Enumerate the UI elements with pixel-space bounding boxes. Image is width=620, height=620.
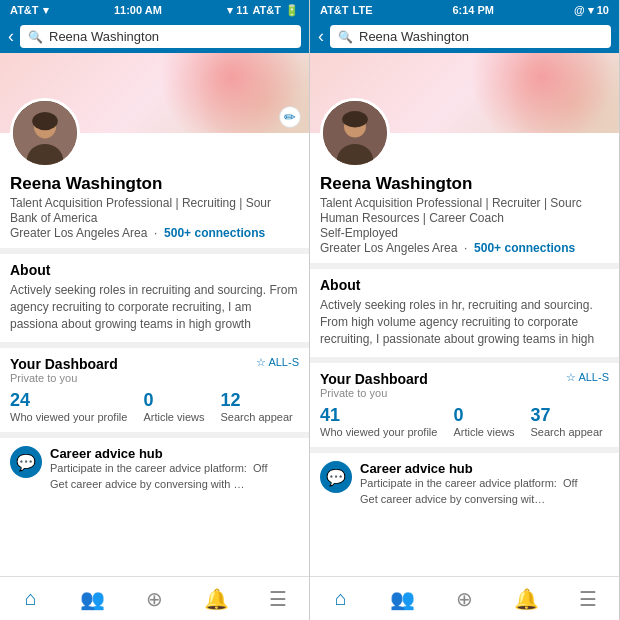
- left-status-left: AT&T ▾: [10, 4, 49, 17]
- left-stat-searches[interactable]: 12 Search appear: [221, 390, 293, 424]
- right-stat-searches[interactable]: 37 Search appear: [531, 405, 603, 439]
- right-bottom-nav: ⌂ 👥 ⊕ 🔔 ☰: [310, 576, 619, 620]
- left-bottom-nav: ⌂ 👥 ⊕ 🔔 ☰: [0, 576, 309, 620]
- right-stat-views-label: Who viewed your profile: [320, 426, 437, 439]
- right-career-title: Career advice hub: [360, 461, 577, 476]
- left-career-title: Career advice hub: [50, 446, 267, 461]
- right-stat-articles[interactable]: 0 Article views: [453, 405, 514, 439]
- left-stat-views-label: Who viewed your profile: [10, 411, 127, 424]
- left-avatar-section: [10, 98, 309, 168]
- left-see-more[interactable]: ...see: [65, 333, 94, 334]
- right-dashboard-title: Your Dashboard: [320, 371, 428, 387]
- left-profile-headline: Talent Acquisition Professional | Recrui…: [10, 196, 299, 210]
- left-career-icon: 💬: [10, 446, 42, 478]
- svg-point-8: [342, 111, 368, 127]
- left-search-bar: ‹ 🔍 Reena Washington: [0, 20, 309, 53]
- right-lte: LTE: [353, 4, 373, 16]
- right-dashboard-stats: 41 Who viewed your profile 0 Article vie…: [320, 405, 609, 439]
- left-phone-panel: AT&T ▾ 11:00 AM ▾ 11 AT&T 🔋 ‹ 🔍 Reena Wa…: [0, 0, 310, 620]
- left-dashboard-section: Your Dashboard Private to you ☆ ALL-S 24…: [0, 348, 309, 432]
- right-phone-panel: AT&T LTE 6:14 PM @ ▾ 10 ‹ 🔍 Reena Washin…: [310, 0, 620, 620]
- left-career-section: 💬 Career advice hub Participate in the c…: [0, 438, 309, 500]
- right-connections-link[interactable]: 500+ connections: [474, 241, 575, 255]
- right-allstar-badge: ☆ ALL-S: [566, 371, 609, 384]
- right-nav-network[interactable]: 👥: [372, 587, 434, 611]
- right-notifications-icon: 🔔: [514, 587, 539, 611]
- left-time: 11:00 AM: [114, 4, 162, 16]
- right-stat-searches-label: Search appear: [531, 426, 603, 439]
- left-dashboard-header: Your Dashboard Private to you ☆ ALL-S: [10, 356, 299, 384]
- left-nav-home[interactable]: ⌂: [0, 587, 62, 610]
- right-home-icon: ⌂: [335, 587, 347, 610]
- right-carrier: AT&T: [320, 4, 349, 16]
- right-about-title: About: [320, 277, 609, 293]
- left-network-icon: 👥: [80, 587, 105, 611]
- left-stat-searches-number: 12: [221, 390, 293, 411]
- right-search-input-wrap[interactable]: 🔍 Reena Washington: [330, 25, 611, 48]
- right-profile-name: Reena Washington: [320, 174, 609, 194]
- right-toggle-label: Off: [563, 477, 577, 489]
- right-time: 6:14 PM: [452, 4, 494, 16]
- left-notifications-icon: 🔔: [204, 587, 229, 611]
- right-status-bar: AT&T LTE 6:14 PM @ ▾ 10: [310, 0, 619, 20]
- left-stat-articles-label: Article views: [143, 411, 204, 424]
- left-search-icon: 🔍: [28, 30, 43, 44]
- left-carrier: AT&T: [10, 4, 39, 16]
- left-toggle-label: Off: [253, 462, 267, 474]
- right-nav-home[interactable]: ⌂: [310, 587, 372, 610]
- left-location-text: Greater Los Angeles Area: [10, 226, 147, 240]
- right-career-icon: 💬: [320, 461, 352, 493]
- right-post-icon: ⊕: [456, 587, 473, 611]
- left-home-icon: ⌂: [25, 587, 37, 610]
- left-search-input-wrap[interactable]: 🔍 Reena Washington: [20, 25, 301, 48]
- svg-point-4: [32, 112, 58, 130]
- left-stat-views-number: 24: [10, 390, 127, 411]
- right-search-icon: 🔍: [338, 30, 353, 44]
- left-dashboard-stats: 24 Who viewed your profile 0 Article vie…: [10, 390, 299, 424]
- left-about-section: About Actively seeking roles in recruiti…: [0, 254, 309, 342]
- left-scroll-content: ✏ Reena Washington Talent Acquisiti: [0, 53, 309, 576]
- left-dashboard-title: Your Dashboard: [10, 356, 118, 372]
- left-career-content: Career advice hub Participate in the car…: [50, 446, 267, 492]
- right-nav-notifications[interactable]: 🔔: [495, 587, 557, 611]
- left-stat-articles[interactable]: 0 Article views: [143, 390, 204, 424]
- right-nav-menu[interactable]: ☰: [557, 587, 619, 611]
- left-back-button[interactable]: ‹: [8, 26, 14, 47]
- right-profile-headline2: Human Resources | Career Coach: [320, 211, 609, 225]
- right-nav-post[interactable]: ⊕: [434, 587, 496, 611]
- left-dashboard-title-wrap: Your Dashboard Private to you: [10, 356, 118, 384]
- right-profile-headline: Talent Acquisition Professional | Recrui…: [320, 196, 609, 210]
- left-post-icon: ⊕: [146, 587, 163, 611]
- right-dashboard-header: Your Dashboard Private to you ☆ ALL-S: [320, 371, 609, 399]
- right-stat-articles-number: 0: [453, 405, 514, 426]
- right-back-button[interactable]: ‹: [318, 26, 324, 47]
- right-dashboard-section: Your Dashboard Private to you ☆ ALL-S 41…: [310, 363, 619, 447]
- left-career-subtitle: Participate in the career advice platfor…: [50, 462, 267, 474]
- device-container: AT&T ▾ 11:00 AM ▾ 11 AT&T 🔋 ‹ 🔍 Reena Wa…: [0, 0, 620, 620]
- right-scroll-content: Reena Washington Talent Acquisition Prof…: [310, 53, 619, 576]
- right-career-section: 💬 Career advice hub Participate in the c…: [310, 453, 619, 515]
- right-see-more[interactable]: ...see: [359, 348, 388, 349]
- left-about-text: Actively seeking roles in recruiting and…: [10, 282, 299, 334]
- left-nav-post[interactable]: ⊕: [124, 587, 186, 611]
- right-profile-section: Reena Washington Talent Acquisition Prof…: [310, 172, 619, 263]
- left-stat-views[interactable]: 24 Who viewed your profile: [10, 390, 127, 424]
- right-career-desc: Get career advice by conversing with oth…: [360, 492, 550, 507]
- left-nav-network[interactable]: 👥: [62, 587, 124, 611]
- right-profile-company: Self-Employed: [320, 226, 609, 240]
- left-signal: ▾ 11: [227, 4, 248, 17]
- right-avatar[interactable]: [320, 98, 390, 168]
- left-search-text: Reena Washington: [49, 29, 159, 44]
- left-profile-name: Reena Washington: [10, 174, 299, 194]
- right-network-icon: 👥: [390, 587, 415, 611]
- right-stat-searches-number: 37: [531, 405, 603, 426]
- right-stat-views[interactable]: 41 Who viewed your profile: [320, 405, 437, 439]
- left-connections-link[interactable]: 500+ connections: [164, 226, 265, 240]
- left-nav-menu[interactable]: ☰: [247, 587, 309, 611]
- left-career-desc: Get career advice by conversing with oth…: [50, 477, 250, 492]
- right-menu-icon: ☰: [579, 587, 597, 611]
- left-nav-notifications[interactable]: 🔔: [185, 587, 247, 611]
- right-stat-views-number: 41: [320, 405, 437, 426]
- right-stat-articles-label: Article views: [453, 426, 514, 439]
- left-avatar[interactable]: [10, 98, 80, 168]
